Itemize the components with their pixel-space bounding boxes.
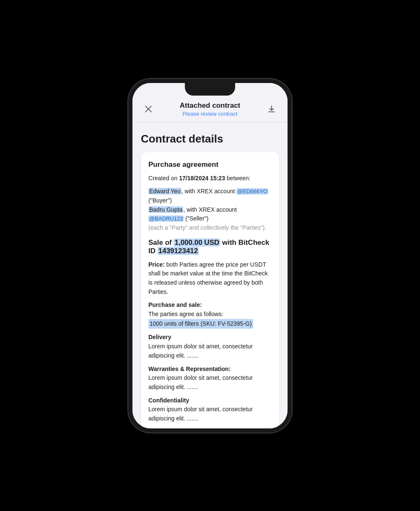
warranties-heading: Warranties & Representation: [148, 366, 231, 372]
phone-screen: Attached contract Please review contract… [132, 83, 288, 428]
sale-prefix: Sale of [148, 239, 174, 246]
price-heading: Price: [148, 261, 165, 268]
agreement-title: Purchase agreement [148, 161, 272, 169]
buyer-line: Edward Yeo, with XREX account @ED666YO (… [148, 187, 272, 232]
buyer-tag: @ED666YO [236, 188, 268, 195]
content-scroll[interactable]: Contract details Purchase agreement Crea… [132, 122, 288, 428]
close-button[interactable] [141, 101, 156, 117]
seller-text: , with XREX account [183, 206, 237, 213]
header-center: Attached contract Please review contract [156, 101, 264, 117]
header-title: Attached contract [156, 101, 264, 110]
sale-line: Sale of 1,000.00 USD with BitCheck ID 14… [148, 239, 272, 255]
section-title: Contract details [141, 132, 279, 145]
effective-date-paragraph: Effective Date: This Agreement shall be … [148, 428, 272, 428]
warranties-text: Lorem ipsum dolor sit amet, consectetur … [148, 374, 253, 390]
purchase-item: 1000 units of filters (SKU: FV-52395-G) [148, 319, 253, 329]
created-date: 17/18/2024 15:23 [179, 175, 225, 182]
created-prefix: Created on [148, 175, 179, 182]
buyer-role: ("Buyer") [148, 197, 172, 204]
confidentiality-paragraph: Confidentiality Lorem ipsum dolor sit am… [148, 396, 272, 423]
price-text: both Parties agree the price per USDT sh… [148, 261, 268, 295]
phone-frame: Attached contract Please review contract… [128, 79, 292, 433]
phone-notch [185, 83, 235, 96]
seller-name: Badru Gupta [148, 206, 183, 213]
sale-id: 1439123412 [158, 247, 199, 255]
delivery-heading: Delivery [148, 334, 171, 340]
price-paragraph: Price: both Parties agree the price per … [148, 260, 272, 297]
confidentiality-text: Lorem ipsum dolor sit amet, consectetur … [148, 406, 253, 422]
contract-card: Purchase agreement Created on 17/18/2024… [141, 152, 279, 428]
buyer-name: Edward Yeo [148, 188, 181, 195]
created-line: Created on 17/18/2024 15:23 between: [148, 174, 272, 183]
delivery-text: Lorem ipsum dolor sit amet, consectetur … [148, 343, 253, 359]
buyer-text: , with XREX account [181, 188, 237, 195]
delivery-paragraph: Delivery Lorem ipsum dolor sit amet, con… [148, 333, 272, 360]
header-subtitle: Please review contract [156, 111, 264, 117]
parties-text: (each a "Party" and collectively the "Pa… [148, 224, 266, 231]
close-icon [144, 105, 153, 113]
download-button[interactable] [264, 101, 279, 117]
seller-tag: @BADRU123 [148, 215, 184, 222]
purchase-heading: Purchase and sale: [148, 301, 202, 308]
download-icon [267, 105, 276, 113]
purchase-text: The parties agree as follows: [148, 311, 223, 317]
seller-role: ("Seller") [184, 215, 208, 222]
created-suffix: between: [225, 175, 251, 182]
warranties-paragraph: Warranties & Representation: Lorem ipsum… [148, 365, 272, 392]
sale-amount: 1,000.00 USD [174, 239, 220, 246]
purchase-paragraph: Purchase and sale: The parties agree as … [148, 301, 272, 329]
confidentiality-heading: Confidentiality [148, 397, 189, 404]
